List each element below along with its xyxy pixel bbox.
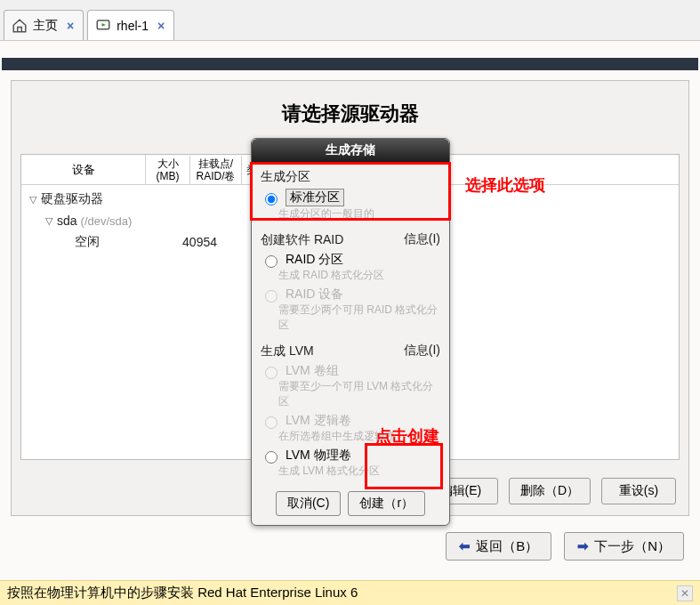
radio-standard-partition[interactable]: 标准分区 (261, 189, 440, 206)
btn-label: 重设(s) (619, 483, 658, 499)
info-link[interactable]: 信息(I) (404, 231, 440, 247)
tab-home-label: 主页 (33, 18, 58, 34)
wizard-nav: ⬅ 返回（B） ➡ 下一步（N） (0, 532, 700, 568)
radio-input[interactable] (265, 451, 278, 464)
delete-button[interactable]: 删除（D） (509, 478, 591, 504)
tree-label: 空闲 (75, 234, 157, 250)
option-desc: 需要至少两个可用 RAID 格式化分区 (278, 302, 440, 333)
radio-label: LVM 逻辑卷 (286, 413, 351, 429)
hint-text: 按照在物理计算机中的步骤安装 Red Hat Enterprise Linux … (7, 585, 358, 601)
radio-label: LVM 物理卷 (286, 448, 351, 464)
btn-label: 取消(C) (287, 496, 329, 512)
radio-label: RAID 设备 (286, 286, 343, 302)
next-button[interactable]: ➡ 下一步（N） (564, 532, 684, 561)
btn-label: 返回（B） (476, 538, 538, 555)
installer-header-band (2, 58, 698, 70)
collapse-icon[interactable]: ▽ (43, 215, 55, 227)
option-desc: 生成 RAID 格式化分区 (278, 268, 440, 283)
collapse-icon[interactable]: ▽ (27, 194, 39, 206)
close-icon[interactable]: × (157, 19, 165, 33)
radio-input (265, 367, 278, 379)
section-create-partition: 生成分区 (261, 169, 440, 185)
radio-raid-partition[interactable]: RAID 分区 (261, 252, 440, 268)
app-tabbar: 主页 × rhel-1 × (0, 0, 700, 41)
home-icon (12, 18, 28, 34)
col-mount[interactable]: 挂载点/ RAID/卷 (190, 156, 242, 184)
option-desc: 生成分区的一般目的 (278, 206, 440, 222)
btn-label: 创建（r） (359, 496, 414, 512)
dialog-body: 生成分区 标准分区 生成分区的一般目的 创建软件 RAID 信息(I) RAID… (252, 162, 449, 525)
dialog-buttons: 取消(C) 创建（r） (261, 491, 440, 516)
section-lvm: 生成 LVM (261, 343, 314, 359)
option-desc: 需要至少一个可用 LVM 格式化分区 (278, 379, 440, 409)
cancel-button[interactable]: 取消(C) (276, 491, 341, 516)
radio-label: RAID 分区 (286, 252, 343, 268)
dialog-title: 生成存储 (252, 139, 449, 162)
col-size[interactable]: 大小 (MB) (146, 156, 190, 184)
option-desc: 生成 LVM 格式化分区 (278, 464, 440, 479)
arrow-left-icon: ⬅ (459, 538, 471, 554)
hint-bar: 按照在物理计算机中的步骤安装 Red Hat Enterprise Linux … (0, 580, 700, 605)
btn-label: 删除（D） (520, 483, 579, 499)
radio-input (265, 416, 278, 429)
tab-vm-label: rhel-1 (117, 19, 149, 33)
tab-home[interactable]: 主页 × (4, 10, 84, 40)
radio-input[interactable] (265, 193, 278, 206)
info-link[interactable]: 信息(I) (404, 343, 440, 359)
close-icon[interactable]: ✕ (677, 585, 693, 601)
radio-label: 标准分区 (286, 189, 344, 206)
col-device[interactable]: 设备 (21, 155, 146, 184)
radio-input (265, 290, 278, 302)
section-raid: 创建软件 RAID (261, 232, 343, 248)
create-button[interactable]: 创建（r） (348, 491, 425, 516)
reset-button[interactable]: 重设(s) (601, 478, 676, 504)
create-storage-dialog: 生成存储 生成分区 标准分区 生成分区的一般目的 创建软件 RAID 信息(I)… (251, 138, 450, 526)
btn-label: 下一步（N） (594, 538, 671, 555)
tree-label: sda (57, 214, 77, 228)
annotation-text: 点击创建 (375, 425, 439, 447)
radio-label: LVM 卷组 (286, 363, 339, 379)
tree-path: (/dev/sda) (81, 214, 133, 228)
partition-action-buttons: 编辑(E) 删除（D） 重设(s) (423, 478, 676, 504)
monitor-play-icon (95, 18, 111, 34)
radio-lvm-pv[interactable]: LVM 物理卷 (261, 448, 440, 464)
back-button[interactable]: ⬅ 返回（B） (446, 532, 551, 561)
page-title: 请选择源驱动器 (12, 101, 688, 127)
annotation-text: 选择此选项 (465, 174, 545, 196)
arrow-right-icon: ➡ (577, 538, 589, 554)
radio-input[interactable] (265, 255, 278, 268)
tree-label: 硬盘驱动器 (41, 191, 157, 207)
tab-vm[interactable]: rhel-1 × (87, 10, 174, 40)
close-icon[interactable]: × (67, 19, 74, 33)
radio-lvm-vg: LVM 卷组 (261, 363, 440, 379)
tree-size: 40954 (173, 235, 217, 249)
radio-raid-device: RAID 设备 (261, 286, 440, 302)
